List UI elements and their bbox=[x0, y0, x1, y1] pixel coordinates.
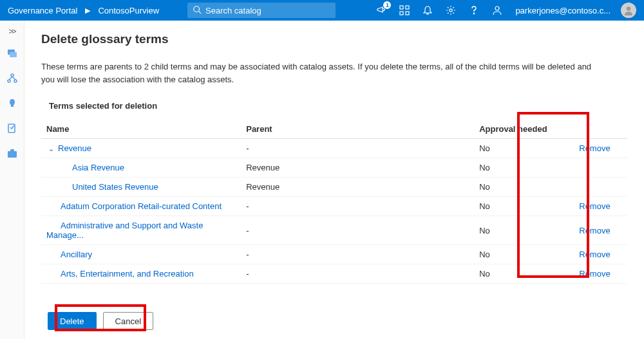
svg-rect-3 bbox=[406, 6, 409, 9]
terms-table: Name Parent Approval needed ⌄Revenue-NoR… bbox=[41, 120, 627, 284]
term-link[interactable]: Asia Revenue bbox=[46, 163, 124, 172]
section-label: Terms selected for deletion bbox=[49, 101, 627, 111]
feedback-icon[interactable] bbox=[492, 5, 502, 15]
table-row: ⌄Revenue-NoRemove bbox=[41, 139, 627, 158]
term-link[interactable]: Administrative and Support and Waste Man… bbox=[46, 221, 203, 240]
svg-point-9 bbox=[627, 6, 631, 11]
svg-point-7 bbox=[474, 13, 475, 14]
svg-point-8 bbox=[495, 6, 499, 10]
table-row: Arts, Entertainment, and Recreation-NoRe… bbox=[41, 264, 627, 284]
svg-point-12 bbox=[11, 74, 14, 77]
notification-badge: 1 bbox=[383, 1, 391, 9]
svg-point-6 bbox=[450, 9, 452, 12]
term-link[interactable]: Arts, Entertainment, and Recreation bbox=[46, 269, 194, 279]
parent-cell: - bbox=[241, 139, 474, 158]
delete-button[interactable]: Delete bbox=[48, 312, 97, 330]
parent-cell: Revenue bbox=[241, 178, 474, 197]
chevron-down-icon[interactable]: ⌄ bbox=[46, 145, 55, 153]
svg-point-13 bbox=[8, 80, 10, 82]
table-row: Asia RevenueRevenueNo bbox=[41, 158, 627, 178]
warning-text: These terms are parents to 2 child terms… bbox=[41, 60, 601, 86]
svg-point-0 bbox=[194, 6, 200, 12]
user-email[interactable]: parkerjones@contoso.c... bbox=[515, 6, 611, 15]
cancel-button[interactable]: Cancel bbox=[103, 312, 153, 330]
apps-icon[interactable] bbox=[399, 5, 410, 15]
term-link[interactable]: Ancillary bbox=[46, 250, 92, 259]
chevron-right-icon: ▶ bbox=[85, 6, 90, 15]
search-icon bbox=[193, 5, 202, 16]
bell-icon[interactable] bbox=[422, 5, 433, 15]
approval-cell: No bbox=[474, 178, 574, 197]
sidebar-data-icon[interactable] bbox=[6, 48, 18, 61]
table-row: United States RevenueRevenueNo bbox=[41, 178, 627, 197]
svg-rect-2 bbox=[400, 6, 403, 9]
sidebar-map-icon[interactable] bbox=[6, 73, 18, 86]
sidebar-policy-icon[interactable] bbox=[6, 123, 18, 136]
sidebar-insights-icon[interactable] bbox=[6, 98, 18, 111]
breadcrumb-context[interactable]: ContosoPurview bbox=[98, 6, 159, 15]
svg-rect-16 bbox=[8, 151, 17, 158]
avatar[interactable] bbox=[621, 3, 636, 18]
th-approval[interactable]: Approval needed bbox=[474, 120, 574, 139]
approval-cell: No bbox=[474, 264, 574, 284]
table-row: Adatum Corporation Retail-curated Conten… bbox=[41, 197, 627, 216]
th-remove bbox=[574, 120, 627, 139]
svg-point-14 bbox=[14, 80, 17, 82]
remove-link[interactable]: Remove bbox=[579, 269, 610, 279]
app-header: Governance Portal ▶ ContosoPurview 1 par… bbox=[0, 0, 644, 21]
remove-link[interactable]: Remove bbox=[579, 201, 610, 211]
remove-link[interactable]: Remove bbox=[579, 143, 610, 153]
header-actions: 1 bbox=[376, 5, 502, 15]
approval-cell: No bbox=[474, 158, 574, 178]
search-box[interactable] bbox=[187, 3, 336, 18]
th-name[interactable]: Name bbox=[41, 120, 241, 139]
svg-rect-4 bbox=[400, 12, 403, 15]
search-input[interactable] bbox=[205, 6, 330, 15]
table-row: Administrative and Support and Waste Man… bbox=[41, 216, 627, 245]
sidebar-nav: >> bbox=[0, 21, 24, 339]
help-icon[interactable] bbox=[469, 5, 479, 15]
term-link[interactable]: United States Revenue bbox=[46, 182, 158, 192]
parent-cell: Revenue bbox=[241, 158, 474, 178]
parent-cell: - bbox=[241, 216, 474, 245]
svg-rect-11 bbox=[10, 52, 17, 57]
approval-cell: No bbox=[474, 216, 574, 245]
approval-cell: No bbox=[474, 197, 574, 216]
page-title: Delete glossary terms bbox=[41, 32, 627, 46]
remove-link[interactable]: Remove bbox=[579, 226, 610, 235]
term-link[interactable]: Adatum Corporation Retail-curated Conten… bbox=[46, 201, 222, 211]
remove-link[interactable]: Remove bbox=[579, 250, 610, 259]
parent-cell: - bbox=[241, 245, 474, 264]
parent-cell: - bbox=[241, 264, 474, 284]
parent-cell: - bbox=[241, 197, 474, 216]
svg-rect-17 bbox=[10, 149, 14, 151]
announcements-icon[interactable]: 1 bbox=[376, 5, 386, 15]
expand-nav-icon[interactable]: >> bbox=[8, 27, 15, 36]
svg-line-1 bbox=[199, 11, 202, 14]
gear-icon[interactable] bbox=[446, 5, 456, 15]
svg-rect-5 bbox=[406, 12, 409, 15]
portal-title[interactable]: Governance Portal bbox=[8, 6, 77, 15]
th-parent[interactable]: Parent bbox=[241, 120, 474, 139]
approval-cell: No bbox=[474, 245, 574, 264]
approval-cell: No bbox=[474, 139, 574, 158]
table-row: Ancillary-NoRemove bbox=[41, 245, 627, 264]
sidebar-management-icon[interactable] bbox=[6, 148, 18, 161]
term-link[interactable]: Revenue bbox=[58, 143, 91, 153]
